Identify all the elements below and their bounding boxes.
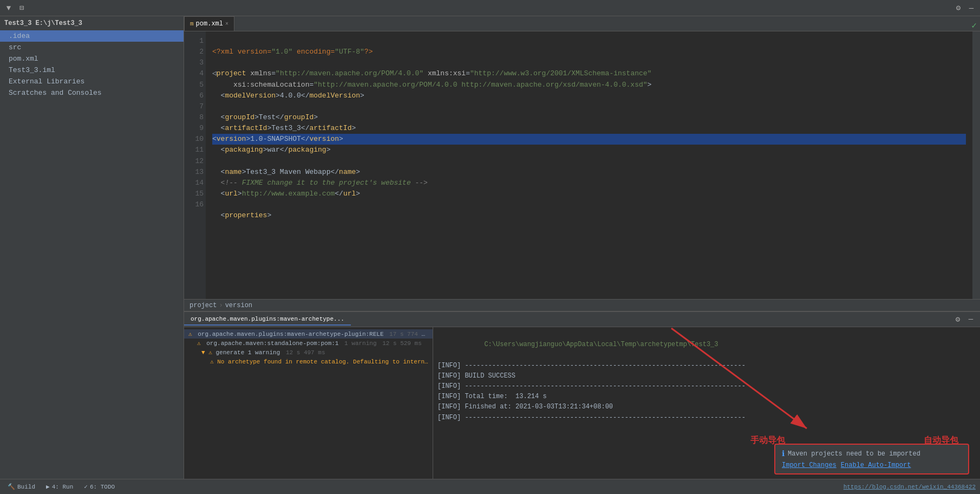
sidebar-item-iml[interactable]: Test3_3.iml	[0, 64, 184, 76]
standalone-time: 1 warning	[344, 340, 376, 347]
bottom-panel-settings-icon[interactable]: ⚙	[953, 314, 963, 324]
standalone-time2: 12 s 529 ms	[382, 340, 422, 347]
bottom-tab-bar: org.apache.maven.plugins:maven-archetype…	[184, 312, 980, 327]
console-line-1: C:\Users\wangjianguo\AppData\Local\Temp\…	[437, 329, 976, 361]
bottom-left-item-root[interactable]: ⚠ org.apache.maven.plugins:maven-archety…	[184, 329, 433, 339]
status-bar-left: 🔨 Build ▶ 4: Run ✓ 6: TODO	[4, 482, 837, 491]
noarchetype-label: No archetype found in remote catalog. De…	[217, 359, 433, 365]
maven-info-icon: ℹ	[782, 449, 785, 458]
bottom-left-item-standalone[interactable]: ⚠ org.apache.maven:standalone-pom:pom:1 …	[184, 339, 433, 348]
generate-time: 12 s 497 ms	[286, 349, 325, 356]
editor-area: m pom.xml × ✓ 1 2 3 4 5 6 7 8 9 10	[184, 16, 980, 479]
settings-toolbar-icon[interactable]: ⚙	[954, 4, 963, 12]
generate-label: generate 1 warning	[215, 349, 280, 356]
tab-close-icon[interactable]: ×	[225, 21, 228, 27]
tab-bar: m pom.xml × ✓	[184, 16, 980, 31]
bottom-panel: org.apache.maven.plugins:maven-archetype…	[184, 311, 980, 479]
warning-icon-standalone: ⚠	[197, 340, 201, 347]
bottom-left-item-generate[interactable]: ▼ ⚠ generate 1 warning 12 s 497 ms	[184, 348, 433, 357]
breadcrumb-version: version	[225, 302, 252, 309]
top-toolbar: ▼ ⊟ ⚙ —	[0, 0, 980, 16]
bottom-left-panel: ⚠ org.apache.maven.plugins:maven-archety…	[184, 327, 433, 479]
breadcrumb-bar: project › version	[184, 299, 980, 311]
root-label: org.apache.maven.plugins:maven-archetype…	[198, 331, 383, 337]
build-button[interactable]: 🔨 Build	[4, 482, 38, 491]
minimize-toolbar-icon[interactable]: —	[967, 4, 976, 12]
sidebar-item-pom[interactable]: pom.xml	[0, 53, 184, 64]
code-content[interactable]: <?xml version="1.0" encoding="UTF-8"?> ◁…	[206, 31, 972, 299]
todo-label: 6: TODO	[90, 484, 115, 490]
sidebar-item-idea[interactable]: .idea	[0, 30, 184, 42]
maven-notif-text: Maven projects need to be imported	[788, 450, 920, 458]
code-editor[interactable]: 1 2 3 4 5 6 7 8 9 10 11 12 13 14 15 16 <…	[184, 31, 980, 299]
breadcrumb-project: project	[190, 302, 217, 309]
editor-right-status: ✓	[968, 20, 980, 31]
generate-icon: ▼ ⚠	[201, 349, 212, 356]
right-gutter	[972, 31, 980, 299]
status-bar: 🔨 Build ▶ 4: Run ✓ 6: TODO https://blog.…	[0, 479, 980, 494]
console-line-5: [INFO] Total time: 13.214 s	[437, 392, 976, 402]
console-line-3: [INFO] BUILD SUCCESS	[437, 371, 976, 381]
maven-notif-title: ℹ Maven projects need to be imported	[782, 449, 962, 458]
console-line-6: [INFO] Finished at: 2021-03-03T13:21:34+…	[437, 402, 976, 412]
todo-icon: ✓	[84, 483, 88, 490]
console-line-2: [INFO] ---------------------------------…	[437, 361, 976, 371]
maven-notif-buttons: Import Changes Enable Auto-Import	[782, 461, 962, 469]
bottom-panel-minimize-icon[interactable]: —	[966, 314, 976, 324]
check-icon: ✓	[971, 20, 977, 31]
maven-notification: ℹ Maven projects need to be imported Imp…	[774, 444, 969, 474]
sidebar-item-scratches[interactable]: Scratches and Consoles	[0, 87, 184, 99]
dropdown-icon[interactable]: ▼	[4, 4, 13, 12]
root-time: 17 s 774 ms	[389, 331, 429, 337]
sidebar-item-src[interactable]: src	[0, 42, 184, 53]
sidebar-item-external[interactable]: External Libraries	[0, 76, 184, 87]
project-title: Test3_3 E:\j\Test3_3	[0, 16, 184, 30]
run-icon: ▶	[46, 483, 50, 490]
tab-pom-xml[interactable]: m pom.xml ×	[184, 16, 234, 31]
warning-icon-root: ⚠	[188, 331, 192, 337]
bottom-left-item-noarchetype: ⚠ No archetype found in remote catalog. …	[184, 357, 433, 366]
import-changes-button[interactable]: Import Changes	[782, 461, 837, 469]
standalone-label: org.apache.maven:standalone-pom:pom:1	[206, 340, 338, 347]
status-bar-url[interactable]: https://blog.csdn.net/weixin_44368422	[844, 484, 976, 490]
bottom-tab-maven[interactable]: org.apache.maven.plugins:maven-archetype…	[184, 314, 351, 326]
enable-autoimport-button[interactable]: Enable Auto-Import	[841, 461, 911, 469]
noarchetype-icon: ⚠	[210, 359, 214, 365]
todo-button[interactable]: ✓ 6: TODO	[81, 482, 118, 491]
main-layout: Test3_3 E:\j\Test3_3 .idea src pom.xml T…	[0, 16, 980, 479]
tab-icon: m	[190, 21, 194, 27]
build-icon: 🔨	[8, 483, 15, 490]
tab-label: pom.xml	[196, 20, 223, 28]
console-line-4: [INFO] ---------------------------------…	[437, 381, 976, 392]
run-button[interactable]: ▶ 4: Run	[43, 482, 76, 491]
line-numbers: 1 2 3 4 5 6 7 8 9 10 11 12 13 14 15 16	[184, 31, 206, 299]
console-line-7: [INFO] ---------------------------------…	[437, 413, 976, 423]
split-icon[interactable]: ⊟	[17, 4, 26, 12]
sidebar: Test3_3 E:\j\Test3_3 .idea src pom.xml T…	[0, 16, 184, 479]
breadcrumb-sep: ›	[219, 302, 223, 309]
build-label: Build	[17, 484, 35, 490]
run-label: 4: Run	[52, 484, 74, 490]
